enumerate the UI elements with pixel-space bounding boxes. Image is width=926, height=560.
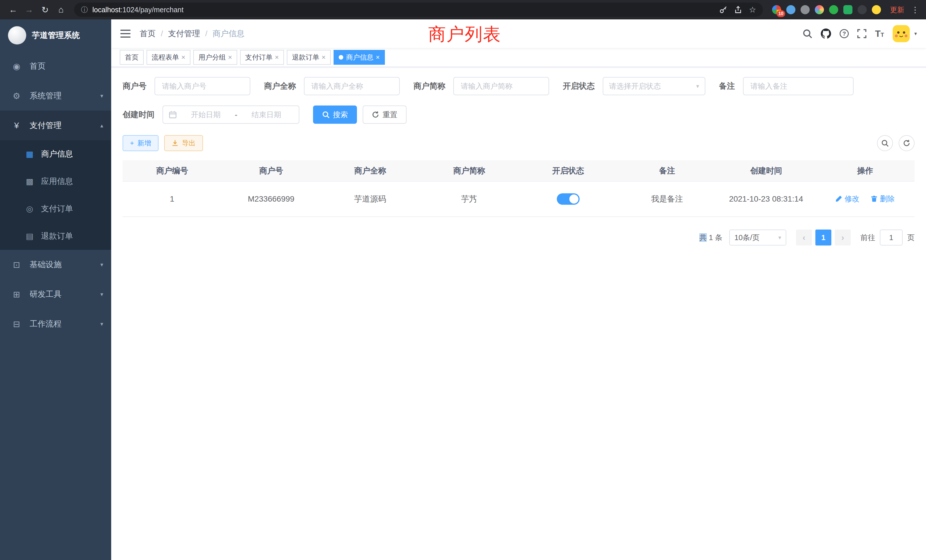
home-icon[interactable]: ⌂ xyxy=(54,2,68,17)
refresh-table-button[interactable] xyxy=(899,135,915,151)
merchant-shortname-input[interactable] xyxy=(453,77,549,95)
extension-icon-7[interactable] xyxy=(858,5,867,14)
chevron-down-icon: ▾ xyxy=(100,321,103,327)
col-short-name: 商户简称 xyxy=(420,160,519,182)
fullscreen-icon[interactable] xyxy=(857,29,866,38)
sidebar-item-label: 基础设施 xyxy=(30,259,62,270)
current-page-button[interactable]: 1 xyxy=(816,230,831,245)
tab-pay-order[interactable]: 支付订单× xyxy=(240,50,284,65)
sidebar-subitem-refund-order[interactable]: ▤ 退款订单 xyxy=(0,222,111,250)
create-time-range-picker[interactable]: 开始日期 - 结束日期 xyxy=(162,106,300,124)
col-remark: 备注 xyxy=(617,160,716,182)
extension-icon-2[interactable] xyxy=(786,5,796,14)
tab-user-group[interactable]: 用户分组× xyxy=(193,50,237,65)
search-icon[interactable] xyxy=(803,29,812,38)
help-icon[interactable]: ? xyxy=(840,29,849,38)
table-toolbar: + 新增 导出 xyxy=(123,135,915,151)
extension-icon-1[interactable]: 10 xyxy=(772,5,781,14)
extension-icon-5[interactable] xyxy=(829,5,838,14)
back-icon[interactable]: ← xyxy=(6,2,21,17)
extension-icon-4[interactable] xyxy=(815,5,824,14)
remark-input[interactable] xyxy=(743,77,853,95)
sidebar-item-home[interactable]: ◉ 首页 xyxy=(0,51,111,81)
add-button[interactable]: + 新增 xyxy=(123,135,159,151)
col-actions: 操作 xyxy=(816,160,915,182)
avatar-caret-icon[interactable]: ▾ xyxy=(914,30,917,37)
sidebar-item-infrastructure[interactable]: ⊡ 基础设施 ▾ xyxy=(0,250,111,279)
delete-link[interactable]: 删除 xyxy=(871,194,895,204)
reset-button[interactable]: 重置 xyxy=(363,106,407,124)
extension-icon-6[interactable] xyxy=(843,5,852,14)
tab-close-icon[interactable]: × xyxy=(275,53,279,61)
refresh-icon xyxy=(372,111,379,118)
merchant-fullname-input[interactable] xyxy=(304,77,400,95)
remark-label: 备注 xyxy=(719,81,735,92)
font-size-icon[interactable]: TT xyxy=(875,29,884,38)
toggle-search-button[interactable] xyxy=(877,135,893,151)
tab-close-icon[interactable]: × xyxy=(228,53,232,61)
tab-close-icon[interactable]: × xyxy=(322,53,325,61)
cell-status xyxy=(519,182,617,217)
site-info-icon[interactable]: ⓘ xyxy=(81,5,88,14)
status-select[interactable]: 请选择开启状态 ▾ xyxy=(603,77,705,95)
merchant-fullname-label: 商户全称 xyxy=(264,81,296,92)
sidebar-item-label: 首页 xyxy=(30,61,45,71)
tab-close-icon[interactable]: × xyxy=(376,53,380,61)
sidebar-subitem-app-info[interactable]: ▩ 应用信息 xyxy=(0,168,111,195)
yen-icon: ¥ xyxy=(11,121,22,130)
edit-pencil-icon xyxy=(835,195,842,202)
sidebar-item-devtools[interactable]: ⊞ 研发工具 ▾ xyxy=(0,279,111,309)
sidebar-subitem-merchant-info[interactable]: ▦ 商户信息 xyxy=(0,140,111,168)
status-toggle[interactable] xyxy=(557,193,580,205)
tab-refund-order[interactable]: 退款订单× xyxy=(287,50,331,65)
chevron-down-icon: ▾ xyxy=(778,234,781,241)
tab-close-icon[interactable]: × xyxy=(181,53,185,61)
sidebar-item-system[interactable]: ⚙ 系统管理 ▾ xyxy=(0,81,111,110)
app-logo[interactable]: 芋道管理系统 xyxy=(0,20,111,51)
chevron-down-icon: ▾ xyxy=(696,83,699,89)
prev-page-button[interactable]: ‹ xyxy=(796,230,812,245)
sidebar-item-label: 研发工具 xyxy=(30,289,62,300)
cell-create-time: 2021-10-23 08:31:14 xyxy=(717,182,816,217)
filter-row-2: 创建时间 开始日期 - 结束日期 搜索 重置 xyxy=(123,106,915,124)
page-size-select[interactable]: 10条/页 ▾ xyxy=(729,230,786,245)
extension-icon-3[interactable] xyxy=(800,5,809,14)
browser-menu-icon[interactable]: ⋮ xyxy=(911,5,919,15)
breadcrumb-payment[interactable]: 支付管理 xyxy=(168,28,200,39)
bookmark-star-icon[interactable]: ☆ xyxy=(749,5,756,15)
pagination-total: 共 1 条 xyxy=(699,233,722,243)
merchant-no-input[interactable] xyxy=(154,77,250,95)
monitor-icon: ⊡ xyxy=(11,260,22,270)
search-button[interactable]: 搜索 xyxy=(313,106,357,124)
cell-merchant-id: 1 xyxy=(123,182,221,217)
col-create-time: 创建时间 xyxy=(717,160,816,182)
github-icon[interactable] xyxy=(821,29,831,39)
col-merchant-id: 商户编号 xyxy=(123,160,221,182)
sidebar-subitem-pay-order[interactable]: ◎ 支付订单 xyxy=(0,195,111,222)
sidebar-toggle-icon[interactable] xyxy=(120,29,130,38)
user-avatar[interactable] xyxy=(893,25,910,42)
breadcrumb-home[interactable]: 首页 xyxy=(140,28,156,39)
address-bar[interactable]: ⓘ localhost:1024/pay/merchant ☆ xyxy=(74,3,763,17)
password-key-icon[interactable] xyxy=(719,6,727,14)
forward-icon[interactable]: → xyxy=(22,2,36,17)
sidebar-item-payment[interactable]: ¥ 支付管理 ▴ xyxy=(0,110,111,140)
page-content: 商户号 商户全称 商户简称 开启状态 请选择开启状态 ▾ 备注 xyxy=(111,67,926,255)
browser-update-button[interactable]: 更新 xyxy=(890,5,904,15)
tab-home[interactable]: 首页 xyxy=(120,50,144,65)
sidebar-item-workflow[interactable]: ⊟ 工作流程 ▾ xyxy=(0,309,111,339)
share-icon[interactable] xyxy=(734,6,742,14)
tab-process-form[interactable]: 流程表单× xyxy=(147,50,191,65)
tab-merchant-info[interactable]: 商户信息× xyxy=(334,50,385,65)
calendar-icon xyxy=(169,110,177,119)
cell-short-name: 芋艿 xyxy=(420,182,519,217)
col-merchant-no: 商户号 xyxy=(221,160,321,182)
export-button[interactable]: 导出 xyxy=(164,135,203,151)
goto-page-input[interactable] xyxy=(880,230,903,245)
reload-icon[interactable]: ↻ xyxy=(38,2,53,17)
plus-icon: + xyxy=(130,139,134,147)
next-page-button[interactable]: › xyxy=(835,230,851,245)
extension-icon-8[interactable] xyxy=(872,5,881,14)
edit-link[interactable]: 修改 xyxy=(835,194,859,204)
chevron-down-icon: ▾ xyxy=(100,291,103,298)
